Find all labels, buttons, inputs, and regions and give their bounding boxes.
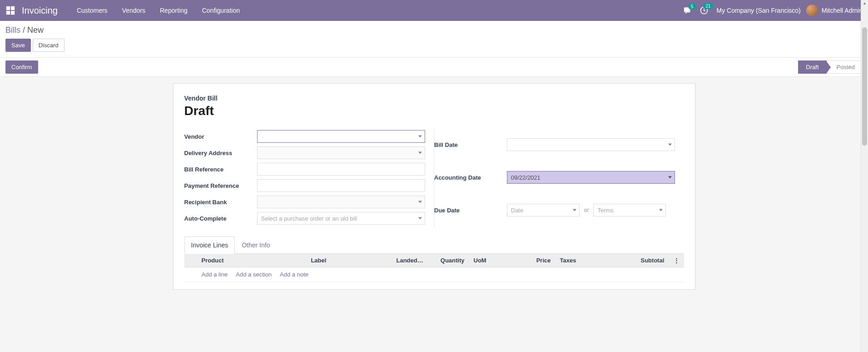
col-quantity[interactable]: Quantity <box>428 254 469 267</box>
record-name: Draft <box>184 104 684 118</box>
form-wrap: Vendor Bill Draft Vendor Delivery Addres… <box>0 77 868 290</box>
invoice-lines-table: Product Label Landed… Quantity UoM Price… <box>184 254 684 285</box>
breadcrumb-current: New <box>27 25 44 35</box>
company-selector[interactable]: My Company (San Francisco) <box>717 7 801 14</box>
messages-badge: 5 <box>689 4 696 10</box>
user-menu[interactable]: Mitchell Admin <box>806 5 863 16</box>
autocomplete-input[interactable]: Select a purchase order or an old bill <box>257 212 425 225</box>
move-type-label: Vendor Bill <box>184 95 684 102</box>
col-landed[interactable]: Landed… <box>392 254 428 267</box>
invoice-lines-wrap: Product Label Landed… Quantity UoM Price… <box>184 254 684 285</box>
menu-reporting[interactable]: Reporting <box>154 1 193 20</box>
title-area: Vendor Bill Draft <box>184 95 684 118</box>
activities-icon[interactable]: 21 <box>699 6 709 15</box>
form-sheet: Vendor Bill Draft Vendor Delivery Addres… <box>173 83 695 290</box>
apps-icon[interactable] <box>5 5 15 15</box>
scroll-thumb[interactable] <box>862 27 867 146</box>
user-name: Mitchell Admin <box>822 7 863 14</box>
status-bar: Confirm Draft Posted <box>0 58 868 77</box>
scroll-up-icon[interactable]: ▲ <box>861 1 868 5</box>
menu-configuration[interactable]: Configuration <box>197 1 245 20</box>
chevron-down-icon <box>573 209 576 211</box>
breadcrumb: Bills / New <box>5 25 863 35</box>
table-header-row: Product Label Landed… Quantity UoM Price… <box>184 254 684 267</box>
col-options[interactable]: ⋮ <box>669 254 684 267</box>
accounting-date-label: Accounting Date <box>434 161 507 194</box>
brand-title[interactable]: Invoicing <box>22 5 58 16</box>
add-links: Add a line Add a section Add a note <box>202 271 680 278</box>
status-stages: Draft Posted <box>798 60 863 74</box>
payment-reference-label: Payment Reference <box>184 177 257 194</box>
col-uom[interactable]: UoM <box>469 254 515 267</box>
col-price[interactable]: Price <box>515 254 556 267</box>
chevron-down-icon <box>659 209 663 211</box>
tab-invoice-lines[interactable]: Invoice Lines <box>184 236 235 254</box>
col-label[interactable]: Label <box>306 254 392 267</box>
stage-draft[interactable]: Draft <box>798 60 826 74</box>
main-menu: Customers Vendors Reporting Configuratio… <box>71 1 245 20</box>
col-product[interactable]: Product <box>197 254 307 267</box>
col-handle <box>184 254 197 267</box>
recipient-bank-input[interactable] <box>257 196 425 208</box>
svg-rect-0 <box>6 6 10 10</box>
due-date-date-placeholder: Date <box>511 207 523 214</box>
chevron-down-icon <box>418 136 422 138</box>
add-note-link[interactable]: Add a note <box>280 271 308 278</box>
recipient-bank-label: Recipient Bank <box>184 194 257 210</box>
stage-posted[interactable]: Posted <box>827 60 863 74</box>
avatar <box>806 5 818 16</box>
control-panel: Bills / New Save Discard <box>0 21 868 58</box>
chevron-down-icon <box>668 176 672 179</box>
due-date-or: or <box>584 207 589 213</box>
breadcrumb-parent[interactable]: Bills <box>5 25 20 35</box>
activities-badge: 21 <box>703 3 713 9</box>
due-date-terms-placeholder: Terms <box>597 207 613 214</box>
group-left: Vendor Delivery Address <box>184 128 434 226</box>
table-add-row: Add a line Add a section Add a note <box>184 267 684 282</box>
save-button[interactable]: Save <box>5 39 31 52</box>
nav-right: 5 21 My Company (San Francisco) Mitchell… <box>682 5 863 16</box>
notebook-tabs: Invoice Lines Other Info <box>184 236 684 254</box>
bill-reference-input[interactable] <box>257 163 425 176</box>
button-bar: Save Discard <box>5 39 863 52</box>
vertical-scrollbar[interactable]: ▲ <box>861 0 868 290</box>
payment-reference-input[interactable] <box>257 179 425 192</box>
accounting-date-input[interactable]: 09/22/2021 <box>507 171 675 184</box>
due-date-label: Due Date <box>434 194 507 226</box>
add-line-link[interactable]: Add a line <box>202 271 228 278</box>
chevron-down-icon <box>418 217 422 220</box>
autocomplete-label: Auto-Complete <box>184 210 257 226</box>
due-date-terms-input[interactable]: Terms <box>593 204 666 216</box>
chevron-down-icon <box>418 201 422 203</box>
chevron-down-icon <box>668 144 672 146</box>
tab-other-info[interactable]: Other Info <box>235 236 277 254</box>
vendor-input[interactable] <box>257 130 425 143</box>
menu-vendors[interactable]: Vendors <box>117 1 151 20</box>
chevron-down-icon <box>418 152 422 154</box>
bill-reference-label: Bill Reference <box>184 161 257 177</box>
col-taxes[interactable]: Taxes <box>556 254 615 267</box>
breadcrumb-separator: / <box>23 25 27 35</box>
field-groups: Vendor Delivery Address <box>184 128 684 226</box>
autocomplete-placeholder: Select a purchase order or an old bill <box>261 215 357 222</box>
delivery-address-label: Delivery Address <box>184 145 257 161</box>
bill-date-input[interactable] <box>507 138 675 151</box>
add-section-link[interactable]: Add a section <box>236 271 272 278</box>
top-nav: Invoicing Customers Vendors Reporting Co… <box>0 0 868 21</box>
vendor-label: Vendor <box>184 128 257 145</box>
confirm-button[interactable]: Confirm <box>5 60 38 74</box>
group-right: Bill Date Accounting Date 09/22/2021 <box>434 128 684 226</box>
discard-button[interactable]: Discard <box>33 39 64 52</box>
bill-date-label: Bill Date <box>434 128 507 161</box>
due-date-date-input[interactable]: Date <box>507 204 580 216</box>
svg-rect-1 <box>11 6 15 10</box>
accounting-date-value: 09/22/2021 <box>511 174 541 181</box>
svg-rect-3 <box>11 11 15 15</box>
col-subtotal[interactable]: Subtotal <box>615 254 669 267</box>
svg-rect-2 <box>6 11 10 15</box>
delivery-address-input[interactable] <box>257 146 425 159</box>
messages-icon[interactable]: 5 <box>682 6 691 15</box>
menu-customers[interactable]: Customers <box>71 1 113 20</box>
